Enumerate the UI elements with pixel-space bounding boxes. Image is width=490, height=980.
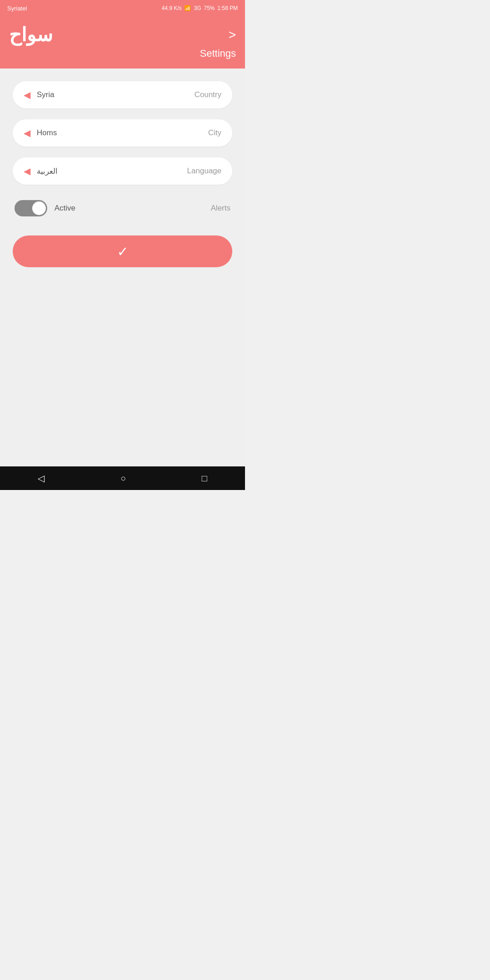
language-value: العربية [37,167,58,176]
city-row-left: ◀ Homs [24,127,57,138]
alerts-toggle[interactable] [15,200,47,216]
alerts-left: Active [15,200,75,216]
status-right: 44.9 K/s 📶 3G 75% 1:58 PM [162,5,238,11]
chevron-right-icon[interactable]: > [229,28,236,42]
back-nav-icon[interactable]: ◁ [38,473,44,484]
page-title: Settings [200,48,236,59]
language-setting-row[interactable]: ◀ العربية Language [13,157,232,185]
alerts-row: Active Alerts [13,196,232,221]
country-setting-row[interactable]: ◀ Syria Country [13,81,232,108]
language-label: Language [187,167,221,176]
speed-label: 44.9 K/s [162,5,181,11]
country-chevron-icon: ◀ [24,89,30,100]
country-value: Syria [37,90,54,99]
toggle-knob [32,201,46,215]
header: سواح > Settings [0,16,245,69]
city-setting-row[interactable]: ◀ Homs City [13,119,232,147]
wifi-icon: 📶 [184,5,191,11]
app-logo: سواح [9,24,53,46]
language-chevron-icon: ◀ [24,166,30,176]
language-row-left: ◀ العربية [24,166,58,176]
alerts-label: Alerts [211,204,230,213]
battery-label: 75% [204,5,215,11]
recents-nav-icon[interactable]: □ [201,473,207,484]
checkmark-icon: ✓ [117,244,128,260]
city-chevron-icon: ◀ [24,127,30,138]
city-label: City [208,128,221,137]
country-row-left: ◀ Syria [24,89,54,100]
bottom-nav: ◁ ○ □ [0,466,245,490]
status-bar: Syriatel 44.9 K/s 📶 3G 75% 1:58 PM [0,0,245,16]
network-label: 3G [194,5,201,11]
header-top: سواح > [9,24,236,46]
settings-content: ◀ Syria Country ◀ Homs City ◀ العربية La… [0,69,245,469]
confirm-button[interactable]: ✓ [13,235,232,267]
home-nav-icon[interactable]: ○ [120,473,126,484]
time-label: 1:58 PM [217,5,238,11]
toggle-label: Active [54,204,75,213]
country-label: Country [194,90,221,99]
carrier-label: Syriatel [7,5,27,12]
city-value: Homs [37,128,57,137]
